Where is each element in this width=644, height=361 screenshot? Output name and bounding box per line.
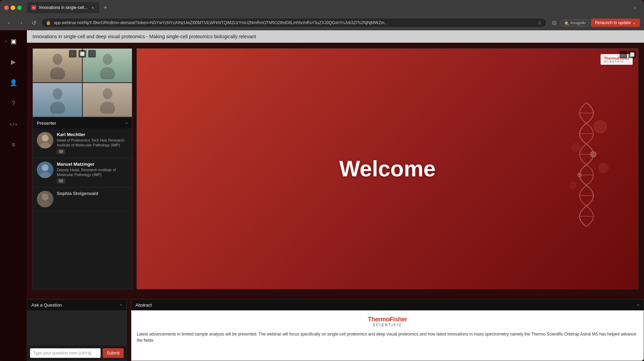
svg-point-27 [569,182,576,189]
new-tab-button[interactable]: + [101,3,110,12]
presenter-3-info: Sophia Steigerwald [57,191,128,197]
participant-4-video [83,83,132,117]
page-title: Innovations in single-cell and deep visu… [32,34,256,39]
tab-close-button[interactable]: ✕ [90,5,95,10]
relaunch-chevron: ⌄ [632,20,636,25]
abstract-content: ThermoFisher SCIENTIFIC Latest advanceme… [131,310,644,361]
presenter-panel-header: Presenter − [33,117,132,128]
abstract-logo-sub: SCIENTIFIC [137,323,638,327]
cast-button[interactable]: ⊟ [549,18,559,28]
page-content: ▣ ▶ 👤 ? </> ≡ Innovations in single-cell… [0,30,644,361]
play-icon: ▶ [11,58,16,66]
participant-3-video [33,83,82,117]
slide-panel: − ⬜ ThermoFisher SCIENTIFIC Welcome [136,48,638,289]
maximize-traffic-light[interactable] [17,6,22,10]
question-icon: ? [12,100,15,107]
participant-3-silhouette [47,86,68,114]
video-window-button[interactable]: ⬜ [79,50,86,58]
traffic-lights [4,6,22,10]
abstract-panel-title: Abstract [135,302,152,308]
back-button[interactable]: ‹ [4,18,14,28]
sidebar-item-video[interactable]: ▶ [7,55,20,69]
page-header: Innovations in single-cell and deep visu… [27,30,644,43]
tab-overflow-button[interactable]: › [630,3,640,12]
monitor-icon: ▣ [11,38,17,45]
presenter-2-info: Manuel Matzinger Deputy Head, Research I… [57,162,128,184]
bookmark-icon[interactable]: ☆ [538,20,542,25]
question-input-area [27,310,126,345]
presenter-item-3: Sophia Steigerwald [33,187,132,211]
abstract-logo-text: ThermoFisher [137,316,638,323]
svg-point-13 [40,172,51,178]
url-text: app.webinar.net/NpYJ9wrGRmB/on-demand?to… [54,20,533,25]
presenter-3-avatar-img [37,191,53,207]
video-controls: − ⬜ ⛶ [69,50,96,58]
slide-logo-subtext: SCIENTIFIC [604,60,629,63]
svg-point-15 [61,180,62,182]
badge-icon-2 [59,179,63,183]
lock-icon: 🔒 [46,20,51,25]
active-tab[interactable]: W Innovations in single-cell... ✕ [27,2,99,13]
browser-window: W Innovations in single-cell... ✕ + › ‹ … [0,0,644,361]
reload-button[interactable]: ↺ [29,18,39,28]
presenter-1-name: Karl Mechtler [57,132,128,137]
sidebar-item-code[interactable]: </> [7,117,20,131]
svg-point-4 [53,88,62,99]
presenter-1-badge [57,149,65,154]
presenter-3-avatar [37,191,53,207]
question-text-input[interactable] [30,348,101,358]
video-cell-4 [82,83,132,117]
slide-minimize-button[interactable]: − [620,51,627,58]
close-traffic-light[interactable] [4,6,9,10]
forward-button[interactable]: › [17,18,26,28]
slide-welcome-text: Welcome [339,156,436,182]
svg-point-29 [577,173,582,177]
presenter-item-1: Karl Mechtler Head of Proteomics Tech Hu… [33,128,132,158]
abstract-panel-header: Abstract − [131,299,644,310]
abstract-body-text: Latest advancements in limited sample an… [137,331,638,343]
presenter-2-name: Manuel Matzinger [57,162,128,167]
presenter-2-avatar [37,162,53,178]
dna-decoration [555,99,617,238]
presenter-minimize-button[interactable]: − [125,120,128,126]
question-panel-title: Ask a Question [31,302,62,308]
question-minimize-button[interactable]: − [120,302,122,308]
sidebar: ▣ ▶ 👤 ? </> ≡ [0,30,27,361]
tab-favicon: W [31,5,36,10]
slide-window-button[interactable]: ⬜ [628,51,636,58]
incognito-badge: 🕵 Incognito [561,20,589,26]
presenter-1-avatar-img [37,132,53,148]
question-input-row: Submit [27,345,126,361]
presenter-panel: Presenter − [32,117,132,289]
abstract-minimize-button[interactable]: − [637,302,640,308]
dna-svg [555,99,617,237]
relaunch-button[interactable]: Relaunch to update ⌄ [591,19,640,27]
participant-1-silhouette [47,52,68,79]
svg-point-26 [599,163,609,173]
main-area: Innovations in single-cell and deep visu… [27,30,644,361]
sidebar-item-list[interactable]: ≡ [7,138,20,152]
relaunch-label: Relaunch to update [595,20,631,25]
svg-point-17 [40,201,51,207]
svg-point-0 [53,54,62,65]
svg-point-2 [103,54,112,65]
svg-point-3 [100,67,115,79]
svg-point-24 [594,121,606,133]
video-minimize-button[interactable]: − [69,50,76,58]
incognito-icon: 🕵 [564,21,569,25]
minimize-traffic-light[interactable] [11,6,15,10]
address-bar[interactable]: 🔒 app.webinar.net/NpYJ9wrGRmB/on-demand?… [41,18,546,28]
sidebar-item-contacts[interactable]: 👤 [7,76,20,90]
sidebar-item-questions[interactable]: ? [7,96,20,110]
right-column: − ⬜ ThermoFisher SCIENTIFIC Welcome [136,48,638,289]
sidebar-dot [5,41,7,42]
list-icon: ≡ [12,141,16,148]
video-fullscreen-button[interactable]: ⛶ [88,50,96,58]
abstract-thermo-logo: ThermoFisher SCIENTIFIC [137,316,638,327]
submit-question-button[interactable]: Submit [103,348,124,358]
sidebar-item-stage[interactable]: ▣ [7,34,20,48]
code-icon: </> [9,122,17,127]
svg-point-5 [50,102,65,114]
question-panel-header: Ask a Question − [27,299,126,310]
svg-point-11 [61,151,62,152]
